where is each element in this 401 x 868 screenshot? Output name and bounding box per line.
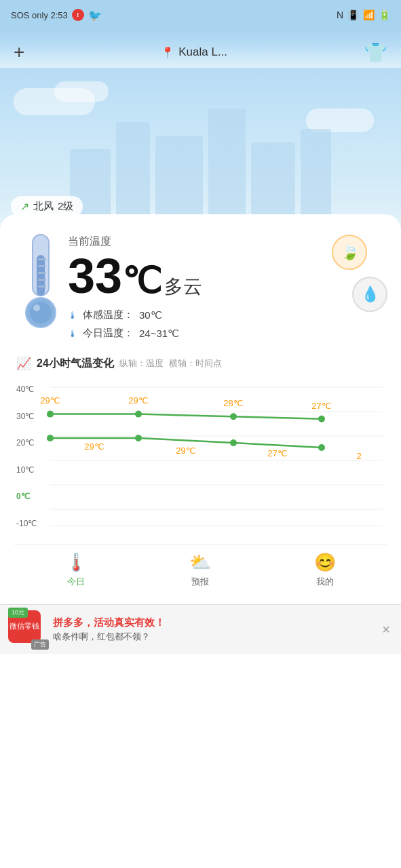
app-icon: 🐦 [88,9,102,22]
battery-icon: 🔋 [379,9,390,20]
nav-mine[interactable]: 😊 我的 [314,552,336,588]
location-name: Kuala L... [178,45,227,59]
forecast-nav-icon: ⛅ [189,552,211,573]
location-pin-icon: 📍 [161,46,174,59]
building-4 [208,108,246,231]
svg-rect-4 [38,272,46,274]
nfc-icon: N [337,9,343,20]
svg-text:28℃: 28℃ [223,398,243,408]
main-content: 当前温度 33 ℃ 多云 🌡 体感温度： 30℃ 🌡 今日温度： 24~31℃ [0,214,401,604]
temperature-value: 33 [68,252,122,300]
svg-point-18 [135,411,142,418]
svg-rect-5 [38,279,46,281]
wind-level: 2级 [58,200,73,213]
ad-yuan-badge: 10元 [8,608,28,618]
svg-point-20 [318,416,325,422]
outfit-suggestion-button[interactable]: 👕 [364,41,387,64]
svg-text:27℃: 27℃ [311,401,331,411]
location-display[interactable]: 📍 Kuala L... [161,45,227,59]
humidity-badge[interactable]: 💧 [352,277,387,312]
ad-brand-name: 微信零钱 [9,622,39,631]
mine-nav-icon: 😊 [314,552,336,573]
wifi-icon: 📶 [363,9,375,20]
today-nav-label: 今日 [67,576,85,588]
y-label-20: 20℃ [16,438,50,448]
y-label-neg10: -10℃ [16,519,50,528]
svg-point-28 [318,444,325,451]
y-label-0: 0℃ [16,492,50,501]
wind-direction: 北风 [33,200,54,213]
status-right: N 📳 📶 🔋 [337,9,390,20]
chart-header: 📈 24小时气温变化 纵轴：温度 横轴：时间点 [16,356,385,371]
today-range-row: 🌡 今日温度： 24~31℃ [68,327,387,340]
notification-dot: ! [72,9,84,21]
feels-like-label: 体感温度： [83,309,134,321]
status-text: SOS only 2:53 [11,10,68,20]
today-nav-icon: 🌡️ [65,552,87,573]
weather-condition: 多云 [164,274,202,300]
svg-text:27℃: 27℃ [267,448,287,458]
ad-close-button[interactable]: × [379,619,393,640]
leaf-badge[interactable]: 🍃 [332,235,367,270]
status-left: SOS only 2:53 ! 🐦 [11,9,102,22]
temperature-details: 🌡 体感温度： 30℃ 🌡 今日温度： 24~31℃ [68,309,387,340]
chart-x-axis-label: 横轴：时间点 [169,357,222,370]
app-header: + 📍 Kuala L... 👕 [0,30,401,68]
ad-title: 拼多多，活动真实有效！ [53,616,373,629]
ad-banner: 微信零钱 10元 广告 拼多多，活动真实有效！ 啥条件啊，红包都不领？ × [0,604,401,654]
svg-point-26 [135,435,142,441]
add-location-button[interactable]: + [14,41,24,63]
ad-subtitle: 啥条件啊，红包都不领？ [53,631,373,643]
svg-point-17 [47,411,54,418]
ad-tag-badge: 广告 [31,639,49,650]
thermometer-icon [14,228,68,336]
svg-rect-2 [38,258,46,260]
svg-rect-6 [38,285,46,288]
y-label-30: 30℃ [16,412,50,421]
chart-trend-icon: 📈 [16,356,31,371]
svg-point-27 [230,439,237,446]
feels-like-row: 🌡 体感温度： 30℃ [68,309,387,321]
svg-text:29℃: 29℃ [84,441,104,452]
chart-title: 24小时气温变化 [37,357,114,371]
today-temp-icon: 🌡 [68,328,77,339]
chart-wrapper: 40℃ 30℃ 20℃ 10℃ 0℃ -10℃ [16,382,385,531]
status-bar: SOS only 2:53 ! 🐦 N 📳 📶 🔋 [0,0,401,30]
svg-rect-3 [38,265,46,267]
feels-like-icon: 🌡 [68,310,77,321]
sky-illustration: ↗ 北风 2级 [0,68,401,231]
svg-text:2: 2 [356,451,361,461]
today-range-value: 24~31℃ [139,328,179,340]
wind-badge: ↗ 北风 2级 [11,196,83,217]
feels-like-value: 30℃ [139,309,162,321]
y-label-10: 10℃ [16,465,50,475]
y-label-40: 40℃ [16,384,50,394]
ad-text-content: 拼多多，活动真实有效！ 啥条件啊，红包都不领？ [53,616,373,643]
temperature-unit: ℃ [122,263,161,298]
mine-nav-label: 我的 [316,576,334,588]
temperature-chart-section: 📈 24小时气温变化 纵轴：温度 横轴：时间点 40℃ 30℃ 20℃ 10℃ … [14,356,387,531]
svg-text:29℃: 29℃ [40,395,60,406]
nav-forecast[interactable]: ⛅ 预报 [189,552,211,588]
nav-today[interactable]: 🌡️ 今日 [65,552,87,588]
today-range-label: 今日温度： [83,327,134,340]
svg-text:29℃: 29℃ [176,446,195,456]
forecast-nav-label: 预报 [191,576,209,588]
svg-point-25 [47,435,54,441]
wind-direction-icon: ↗ [20,200,29,213]
svg-text:29℃: 29℃ [128,395,148,406]
bottom-navigation: 🌡️ 今日 ⛅ 预报 😊 我的 [14,545,387,597]
svg-point-19 [230,413,237,420]
chart-y-axis-label: 纵轴：温度 [119,357,164,370]
temperature-section: 当前温度 33 ℃ 多云 🌡 体感温度： 30℃ 🌡 今日温度： 24~31℃ [14,228,387,345]
vibrate-icon: 📳 [347,9,359,20]
svg-rect-1 [37,255,45,296]
temperature-chart-svg: 29℃ 29℃ 28℃ 27℃ 29℃ 29℃ 27℃ 2 [50,382,385,531]
svg-point-9 [33,304,40,311]
svg-point-8 [30,302,52,323]
ad-icon-area: 微信零钱 10元 广告 [8,610,46,648]
